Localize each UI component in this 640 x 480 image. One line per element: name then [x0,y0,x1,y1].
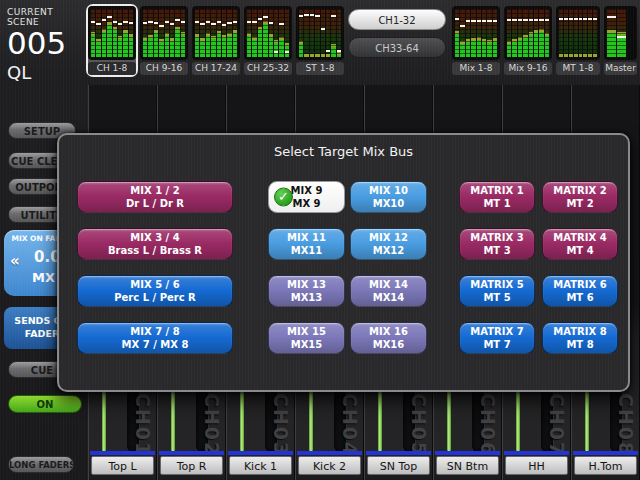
bus-name: MIX 14 [369,278,408,291]
meter-bar [523,9,527,57]
meter-tab-ch-17-24[interactable]: CH 17-24 [190,4,242,77]
bus-label: Perc L / Perc R [114,291,196,304]
bus-name: MIX 15 [287,325,326,338]
peak-hold-mark [466,20,470,22]
bus-button-mix-1-2[interactable]: MIX 1 / 2Dr L / Dr R [77,181,233,213]
meter-bar [299,9,303,57]
meter-bar [574,9,578,57]
bus-name: MATRIX 5 [470,278,523,291]
bus-button-matrix-5[interactable]: MATRIX 5MT 5 [459,275,535,307]
meter-tab-st-1-8[interactable]: ST 1-8 [294,4,346,77]
channel-number: CH04 [339,393,361,457]
bus-button-mix-5-6[interactable]: MIX 5 / 6Perc L / Perc R [77,275,233,307]
mix-bus-row: MIX 7 / 8MX 7 / MX 8MIX 15MX15MIX 16MX16… [77,322,628,354]
bus-label: Brass L / Brass R [108,244,202,257]
meter-tab-ch-9-16[interactable]: CH 9-16 [138,4,190,77]
meter-tab-label: Mix 1-8 [452,62,500,75]
peak-hold-mark [534,19,538,21]
bus-label: MT 2 [566,197,593,210]
peak-hold-mark [102,19,106,21]
peak-hold-mark [195,21,199,23]
peak-hold-mark [285,51,289,53]
collapse-chevrons-icon[interactable]: « [10,252,20,270]
bus-name: MATRIX 1 [470,184,523,197]
meter-bar [274,9,278,57]
bus-button-matrix-6[interactable]: MATRIX 6MT 6 [542,275,618,307]
bus-label: MT 1 [483,197,510,210]
meter-tab-ch-25-32[interactable]: CH 25-32 [242,4,294,77]
bus-label: MX12 [373,244,405,257]
channel-name[interactable]: Top R [160,456,223,475]
channel-name[interactable]: H.Tom [574,456,637,475]
meter-tab-master[interactable]: Master [602,4,639,77]
channel-color-bar [228,451,293,455]
bank-button-ch1-32[interactable]: CH1-32 [348,9,446,30]
meter-tab-mt-1-8[interactable]: MT 1-8 [554,4,602,77]
mix-bus-row: MIX 3 / 4Brass L / Brass RMIX 11MX11MIX … [77,228,628,260]
meter-bar [529,9,533,57]
peak-hold-mark [518,19,522,21]
channel-name[interactable]: SN Top [367,456,430,475]
meter-tab-label: ST 1-8 [296,62,344,75]
peak-hold-mark [460,25,464,27]
meter-bar [129,9,133,57]
bus-button-mix-3-4[interactable]: MIX 3 / 4Brass L / Brass R [77,228,233,260]
peak-hold-mark [455,18,459,20]
meter-bar [579,9,583,57]
bus-button-mix-9[interactable]: ✓MIX 9MX 9 [268,181,345,213]
peak-hold-mark [154,22,158,24]
bus-button-matrix-2[interactable]: MATRIX 2MT 2 [542,181,618,213]
meter-tab-mix-1-8[interactable]: Mix 1-8 [450,4,502,77]
bus-button-mix-7-8[interactable]: MIX 7 / 8MX 7 / MX 8 [77,322,233,354]
bus-button-matrix-1[interactable]: MATRIX 1MT 1 [459,181,535,213]
level-meter [88,6,136,60]
peak-hold-mark [326,50,330,52]
bus-button-mix-15[interactable]: MIX 15MX15 [268,322,345,354]
bus-button-mix-11[interactable]: MIX 11MX11 [268,228,345,260]
on-button[interactable]: ON [8,395,82,413]
meter-tab-label: MT 1-8 [556,62,600,75]
peak-hold-mark [159,25,163,27]
channel-name[interactable]: SN Btm [436,456,499,475]
select-mix-bus-dialog: Select Target Mix Bus MIX 1 / 2Dr L / Dr… [57,133,630,392]
bus-button-mix-16[interactable]: MIX 16MX16 [350,322,427,354]
channel-name[interactable]: Kick 2 [298,456,361,475]
bus-button-matrix-3[interactable]: MATRIX 3MT 3 [459,228,535,260]
bus-button-mix-12[interactable]: MIX 12MX12 [350,228,427,260]
meter-bar [326,9,330,57]
channel-name[interactable]: Top L [91,456,154,475]
meter-tab-ch-1-8[interactable]: CH 1-8 [86,4,138,77]
bus-button-mix-10[interactable]: MIX 10MX10 [350,181,427,213]
bus-label: MT 4 [566,244,593,257]
channel-name[interactable]: Kick 1 [229,456,292,475]
meter-bar [118,9,122,57]
channel-number: CH02 [201,393,223,457]
bank-button-ch33-64[interactable]: CH33-64 [348,37,446,58]
meter-bar [569,9,573,57]
bus-label: MX10 [373,197,405,210]
peak-hold-mark [337,50,341,52]
bus-button-matrix-8[interactable]: MATRIX 8MT 8 [542,322,618,354]
meter-bar [471,9,475,57]
channel-name[interactable]: HH [505,456,568,475]
meter-bar [588,9,592,57]
bus-name: MIX 12 [369,231,408,244]
bus-button-matrix-7[interactable]: MATRIX 7MT 7 [459,322,535,354]
meter-bar [159,9,163,57]
peak-hold-mark [593,18,597,20]
long-faders-button[interactable]: LONG FADERS [8,456,74,473]
bus-name: MIX 7 / 8 [130,325,179,338]
peak-hold-mark [529,19,533,21]
channel-color-bar [90,451,155,455]
sends-on-fader-line2: FADER [25,328,59,339]
peak-hold-mark [263,16,267,18]
bus-button-matrix-4[interactable]: MATRIX 4MT 4 [542,228,618,260]
bus-label: MX 9 [292,197,320,210]
peak-hold-mark [258,18,262,20]
bus-name: MIX 13 [287,278,326,291]
meter-bar [607,9,616,57]
bus-button-mix-14[interactable]: MIX 14MX14 [350,275,427,307]
meter-tab-mix-9-16[interactable]: Mix 9-16 [502,4,554,77]
bus-button-mix-13[interactable]: MIX 13MX13 [268,275,345,307]
peak-hold-mark [118,23,122,25]
